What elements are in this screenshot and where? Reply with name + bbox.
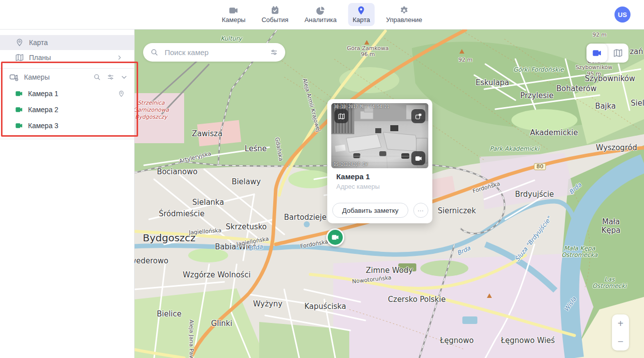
folded-map-icon [338, 113, 345, 120]
sidebar-item-map[interactable]: Карта [0, 35, 134, 50]
tab-label: Аналитика [304, 17, 336, 24]
preview-timestamp: 30-10-2017 Mon 04:54:21 [334, 105, 389, 109]
filter-sliders-icon[interactable] [270, 48, 278, 57]
nav-tabs: Камеры События Аналитика Карта Управлени… [217, 0, 427, 29]
filter-sliders-icon[interactable] [107, 73, 115, 81]
map-layer-toolbar [586, 44, 628, 63]
open-stream-button[interactable] [411, 151, 425, 165]
user-avatar[interactable]: US [614, 7, 630, 23]
map-style-button[interactable] [607, 44, 628, 63]
chevron-right-icon [116, 54, 123, 61]
sidebar-item-label: Планы [29, 54, 51, 62]
more-options-button[interactable]: … [413, 203, 428, 218]
preview-camera-model: DS-2CD2420F-IW [334, 162, 367, 167]
tab-label: События [262, 17, 289, 24]
add-note-button[interactable]: Добавить заметку [332, 203, 408, 218]
camera-online-icon [15, 122, 23, 130]
popup-camera-address: Адрес камеры [336, 183, 380, 190]
chevron-down-icon[interactable] [120, 73, 128, 81]
camera-map-marker[interactable] [326, 228, 344, 246]
tab-label: Управление [386, 17, 422, 24]
tab-label: Камеры [222, 17, 246, 24]
tab-management[interactable]: Управление [382, 3, 427, 26]
events-icon [270, 6, 280, 16]
folded-map-icon [613, 48, 623, 58]
gear-icon [399, 6, 409, 16]
zoom-out-button[interactable]: − [612, 332, 629, 350]
camera-list-item-1[interactable]: Камера 1 [0, 86, 134, 102]
camera-management-app: Камеры События Аналитика Карта Управлени… [0, 0, 644, 358]
tab-map[interactable]: Карта [348, 3, 375, 26]
tab-analytics[interactable]: Аналитика [300, 3, 341, 26]
tab-label: Карта [353, 17, 370, 24]
divider [0, 139, 134, 139]
open-in-window-button[interactable] [411, 109, 425, 123]
analytics-icon [316, 6, 326, 16]
camera-icon [592, 48, 602, 58]
top-navigation-bar: Камеры События Аналитика Карта Управлени… [0, 0, 644, 30]
cameras-section-title: Камеры [24, 73, 50, 81]
picture-in-picture-icon [415, 113, 422, 120]
camera-icon [331, 233, 339, 241]
zoom-control: + − [612, 314, 629, 350]
cameras-layer-button[interactable] [586, 44, 607, 63]
sidebar-item-plans[interactable]: Планы [0, 50, 134, 65]
camera-online-icon [15, 106, 23, 114]
camera-icon [415, 155, 422, 162]
camera-icon [229, 6, 239, 16]
tab-events[interactable]: События [257, 3, 293, 26]
folded-map-icon [15, 53, 24, 62]
camera-popup-card: 30-10-2017 Mon 04:54:21 DS-2CD2420F-IW К… [327, 99, 432, 223]
show-on-map-button[interactable] [334, 109, 348, 123]
search-icon [150, 48, 159, 57]
camera-preview[interactable]: 30-10-2017 Mon 04:54:21 DS-2CD2420F-IW [331, 103, 428, 168]
zoom-in-button[interactable]: + [612, 314, 629, 332]
cameras-settings-icon [9, 72, 19, 82]
camera-online-icon [15, 90, 23, 98]
camera-list-item-3[interactable]: Камера 3 [0, 118, 134, 134]
map-pin-outline-icon [15, 38, 24, 47]
cameras-section-header: Камеры [0, 69, 134, 86]
camera-list-item-2[interactable]: Камера 2 [0, 102, 134, 118]
search-input[interactable] [164, 48, 265, 57]
camera-name: Камера 3 [28, 122, 59, 130]
location-pin-icon[interactable] [118, 90, 125, 98]
camera-name: Камера 2 [28, 106, 59, 114]
sidebar: Карта Планы Камеры Камера 1 Камера 2 [0, 29, 135, 358]
popup-camera-title: Камера 1 [336, 172, 370, 181]
camera-name: Камера 1 [28, 90, 59, 98]
map-search-bar [143, 43, 285, 62]
map-pin-icon [356, 6, 366, 16]
sidebar-item-label: Карта [29, 39, 48, 47]
tab-cameras[interactable]: Камеры [217, 3, 250, 26]
map-canvas[interactable]: KulturyGóra Zamkowa 96 m92 m92 mEskulapa… [134, 29, 644, 358]
search-icon[interactable] [93, 73, 101, 81]
